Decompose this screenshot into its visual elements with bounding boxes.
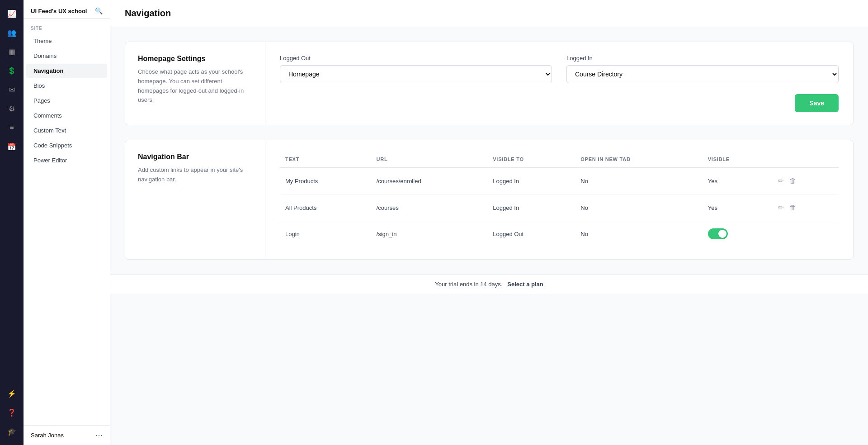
page-title: Navigation xyxy=(125,8,854,19)
col-text-header: TEXT xyxy=(280,153,371,168)
sidebar-item-power-editor[interactable]: Power Editor xyxy=(26,153,107,167)
email-icon[interactable]: ✉ xyxy=(4,81,20,98)
left-panel-footer: Sarah Jonas ⋯ xyxy=(24,425,110,445)
navigation-bar-card: Navigation Bar Add custom links to appea… xyxy=(125,140,854,260)
row-text: All Products xyxy=(280,194,371,221)
col-open-new-tab-header: OPEN IN NEW TAB xyxy=(575,153,702,168)
content-icon[interactable]: ≡ xyxy=(4,119,20,136)
help-circle-icon[interactable]: ❓ xyxy=(4,404,20,421)
row-visible-to: Logged In xyxy=(487,168,575,194)
calendar-icon[interactable]: 📅 xyxy=(4,138,20,155)
logged-out-select[interactable]: Homepage Course Directory Custom Page xyxy=(280,65,552,83)
logged-in-group: Logged In Course Directory Homepage Cust… xyxy=(566,55,839,83)
users-icon[interactable]: 👥 xyxy=(4,24,20,41)
save-btn-row: Save xyxy=(280,83,839,112)
col-visible-to-header: VISIBLE TO xyxy=(487,153,575,168)
logged-out-group: Logged Out Homepage Course Directory Cus… xyxy=(280,55,552,83)
edit-button[interactable]: ✏ xyxy=(776,202,786,213)
row-actions xyxy=(771,221,839,247)
trial-text: Your trial ends in 14 days. xyxy=(435,281,502,288)
left-panel-header: UI Feed's UX school 🔍 xyxy=(24,0,110,19)
logged-out-label: Logged Out xyxy=(280,55,552,62)
col-actions-header xyxy=(771,153,839,168)
delete-button[interactable]: 🗑 xyxy=(788,175,798,186)
row-url: /courses/enrolled xyxy=(371,168,488,194)
school-title: UI Feed's UX school xyxy=(31,8,87,14)
analytics-icon[interactable]: 📈 xyxy=(4,5,20,22)
row-actions: ✏ 🗑 xyxy=(771,168,839,194)
toggle-slider xyxy=(708,228,728,239)
dashboard-icon[interactable]: ▦ xyxy=(4,43,20,60)
save-button[interactable]: Save xyxy=(795,94,839,112)
navigation-bar-description: Add custom links to appear in your site'… xyxy=(138,166,252,185)
row-visible xyxy=(703,221,771,247)
delete-button[interactable]: 🗑 xyxy=(788,202,798,213)
sidebar-item-comments[interactable]: Comments xyxy=(26,109,107,123)
content-area: Homepage Settings Choose what page acts … xyxy=(110,27,868,274)
homepage-settings-info: Homepage Settings Choose what page acts … xyxy=(125,42,265,125)
icon-sidebar: 📈 👥 ▦ 💲 ✉ ⚙ ≡ 📅 ⚡ ❓ 🎓 xyxy=(0,0,24,445)
navigation-bar-title: Navigation Bar xyxy=(138,153,252,161)
page-header: Navigation xyxy=(110,0,868,27)
row-actions: ✏ 🗑 xyxy=(771,194,839,221)
sidebar-item-code-snippets[interactable]: Code Snippets xyxy=(26,138,107,152)
row-url: /courses xyxy=(371,194,488,221)
more-options-icon[interactable]: ⋯ xyxy=(95,431,103,440)
row-visible: Yes xyxy=(703,168,771,194)
row-open-new-tab: No xyxy=(575,194,702,221)
edit-button[interactable]: ✏ xyxy=(776,175,786,187)
logged-in-label: Logged In xyxy=(566,55,839,62)
row-visible-to: Logged In xyxy=(487,194,575,221)
sidebar-item-theme[interactable]: Theme xyxy=(26,34,107,48)
homepage-settings-form: Logged Out Homepage Course Directory Cus… xyxy=(265,42,853,125)
visible-toggle[interactable] xyxy=(708,228,728,239)
sidebar-item-domains[interactable]: Domains xyxy=(26,49,107,63)
trial-banner: Your trial ends in 14 days. Select a pla… xyxy=(110,274,868,294)
main-content: Navigation Homepage Settings Choose what… xyxy=(110,0,868,445)
sidebar-item-navigation[interactable]: Navigation xyxy=(26,64,107,78)
homepage-dropdowns-row: Logged Out Homepage Course Directory Cus… xyxy=(280,55,839,83)
homepage-settings-title: Homepage Settings xyxy=(138,55,252,63)
revenue-icon[interactable]: 💲 xyxy=(4,62,20,79)
col-visible-header: VISIBLE xyxy=(703,153,771,168)
logged-in-select[interactable]: Course Directory Homepage Custom Page xyxy=(566,65,839,83)
row-open-new-tab: No xyxy=(575,168,702,194)
navigation-bar-info: Navigation Bar Add custom links to appea… xyxy=(125,140,265,259)
row-text: Login xyxy=(280,221,371,247)
user-name: Sarah Jonas xyxy=(31,432,64,439)
visible-toggle-wrap xyxy=(708,228,728,239)
navigation-bar-table: TEXT URL VISIBLE TO OPEN IN NEW TAB VISI… xyxy=(280,153,839,246)
site-section-label: SITE xyxy=(24,19,110,33)
homepage-settings-description: Choose what page acts as your school's h… xyxy=(138,67,252,105)
table-row: My Products /courses/enrolled Logged In … xyxy=(280,168,839,194)
select-plan-link[interactable]: Select a plan xyxy=(507,281,543,288)
lightning-icon[interactable]: ⚡ xyxy=(4,385,20,402)
settings-icon[interactable]: ⚙ xyxy=(4,100,20,117)
navigation-bar-table-wrapper: TEXT URL VISIBLE TO OPEN IN NEW TAB VISI… xyxy=(265,140,853,259)
row-visible: Yes xyxy=(703,194,771,221)
table-row: Login /sign_in Logged Out No xyxy=(280,221,839,247)
row-open-new-tab: No xyxy=(575,221,702,247)
graduation-icon[interactable]: 🎓 xyxy=(4,423,20,440)
row-url: /sign_in xyxy=(371,221,488,247)
sidebar-item-custom-text[interactable]: Custom Text xyxy=(26,123,107,137)
sidebar-item-pages[interactable]: Pages xyxy=(26,94,107,108)
col-url-header: URL xyxy=(371,153,488,168)
table-row: All Products /courses Logged In No Yes ✏… xyxy=(280,194,839,221)
row-visible-to: Logged Out xyxy=(487,221,575,247)
row-text: My Products xyxy=(280,168,371,194)
left-nav-panel: UI Feed's UX school 🔍 SITE Theme Domains… xyxy=(24,0,110,445)
search-icon[interactable]: 🔍 xyxy=(95,7,103,14)
sidebar-item-bios[interactable]: Bios xyxy=(26,79,107,93)
homepage-settings-card: Homepage Settings Choose what page acts … xyxy=(125,42,854,125)
